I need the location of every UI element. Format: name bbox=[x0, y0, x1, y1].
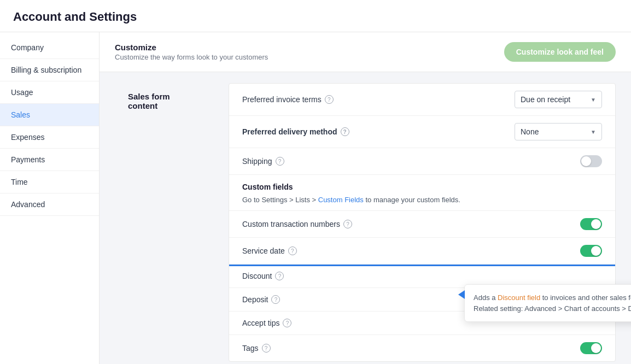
preferred-invoice-terms-row: Preferred invoice terms ? Due on receipt… bbox=[229, 84, 615, 116]
main-content: Customize Customize the way forms look t… bbox=[100, 32, 631, 364]
discount-help-icon[interactable]: ? bbox=[275, 272, 284, 280]
custom-transaction-numbers-label: Custom transaction numbers ? bbox=[242, 220, 352, 228]
customize-desc: Customize the way forms look to your cus… bbox=[115, 53, 268, 61]
preferred-delivery-method-row: Preferred delivery method ? None ▼ bbox=[229, 116, 615, 148]
accept-tips-label: Accept tips ? bbox=[242, 319, 291, 327]
customize-label: Customize bbox=[115, 43, 268, 52]
custom-transaction-numbers-toggle[interactable] bbox=[580, 218, 602, 230]
progress-bar bbox=[229, 265, 615, 266]
shipping-row: Shipping ? bbox=[229, 148, 615, 175]
preferred-invoice-terms-label: Preferred invoice terms ? bbox=[242, 95, 334, 104]
customize-section: Customize Customize the way forms look t… bbox=[100, 32, 631, 72]
sidebar-item-billing[interactable]: Billing & subscription bbox=[0, 59, 99, 81]
discount-tooltip: × Adds a Discount field to invoices and … bbox=[464, 284, 631, 322]
custom-transaction-numbers-row: Custom transaction numbers ? bbox=[229, 211, 615, 238]
sidebar-item-time[interactable]: Time bbox=[0, 171, 99, 193]
discount-label: Discount ? bbox=[242, 272, 284, 280]
tags-label: Tags ? bbox=[242, 344, 271, 353]
service-date-toggle[interactable] bbox=[580, 245, 602, 257]
dropdown-arrow-icon-2: ▼ bbox=[591, 129, 596, 135]
sales-form-content-label: Sales form content bbox=[115, 83, 213, 110]
customize-look-and-feel-button[interactable]: Customize look and feel bbox=[504, 42, 616, 62]
accept-tips-help-icon[interactable]: ? bbox=[283, 319, 291, 327]
sidebar-item-sales[interactable]: Sales bbox=[0, 104, 99, 126]
sidebar-item-usage[interactable]: Usage bbox=[0, 81, 99, 104]
toggle-knob bbox=[581, 156, 591, 166]
custom-fields-desc: Go to Settings > Lists > Custom Fields t… bbox=[229, 195, 615, 211]
service-date-label: Service date ? bbox=[242, 246, 297, 255]
preferred-delivery-method-help-icon[interactable]: ? bbox=[341, 127, 349, 136]
page-title: Account and Settings bbox=[0, 0, 631, 32]
sidebar-item-company[interactable]: Company bbox=[0, 37, 99, 59]
service-date-row: Service date ? bbox=[229, 238, 615, 265]
tags-row: Tags ? bbox=[229, 335, 615, 361]
discount-row: Discount ? × Adds a Discount field to in… bbox=[229, 265, 615, 288]
sales-form-card: Preferred invoice terms ? Due on receipt… bbox=[229, 83, 616, 362]
customize-left: Customize Customize the way forms look t… bbox=[115, 43, 268, 61]
preferred-invoice-terms-help-icon[interactable]: ? bbox=[325, 95, 334, 104]
dropdown-arrow-icon: ▼ bbox=[591, 97, 596, 103]
sidebar-item-expenses[interactable]: Expenses bbox=[0, 126, 99, 149]
shipping-help-icon[interactable]: ? bbox=[276, 157, 284, 166]
shipping-label: Shipping ? bbox=[242, 157, 284, 166]
deposit-label: Deposit ? bbox=[242, 295, 280, 304]
tags-toggle[interactable] bbox=[580, 342, 602, 354]
tags-help-icon[interactable]: ? bbox=[262, 344, 271, 353]
custom-transaction-numbers-help-icon[interactable]: ? bbox=[343, 220, 352, 228]
toggle-knob-2 bbox=[591, 219, 601, 229]
sales-form-section: Sales form content Preferred invoice ter… bbox=[100, 72, 631, 364]
preferred-delivery-method-label: Preferred delivery method ? bbox=[242, 127, 349, 136]
sidebar-item-payments[interactable]: Payments bbox=[0, 149, 99, 171]
tooltip-text: Adds a Discount field to invoices and ot… bbox=[474, 292, 631, 314]
custom-fields-header: Custom fields bbox=[229, 175, 615, 195]
tooltip-arrow bbox=[458, 290, 465, 299]
preferred-invoice-terms-select[interactable]: Due on receipt ▼ bbox=[515, 91, 602, 108]
tooltip-highlight: Discount field bbox=[498, 293, 540, 302]
preferred-delivery-method-select[interactable]: None ▼ bbox=[515, 123, 602, 140]
toggle-knob-3 bbox=[591, 246, 601, 256]
service-date-help-icon[interactable]: ? bbox=[288, 246, 297, 255]
toggle-knob-tags bbox=[591, 343, 601, 353]
custom-fields-link[interactable]: Custom Fields bbox=[318, 196, 364, 204]
shipping-toggle[interactable] bbox=[580, 155, 602, 167]
deposit-help-icon[interactable]: ? bbox=[271, 295, 280, 304]
sidebar: Company Billing & subscription Usage Sal… bbox=[0, 32, 100, 364]
sidebar-item-advanced[interactable]: Advanced bbox=[0, 193, 99, 216]
